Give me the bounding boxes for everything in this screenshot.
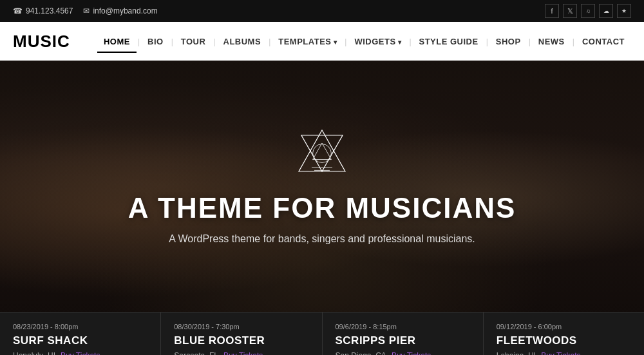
event-tickets-3[interactable]: Buy Tickets <box>392 351 431 355</box>
event-name-2: BLUE ROOSTER <box>174 334 308 347</box>
event-city-1: Honolulu, HI <box>13 351 55 355</box>
twitter-icon[interactable]: 𝕏 <box>563 4 577 18</box>
nav-sep-2: | <box>171 37 173 46</box>
hero-title: A THEME FOR MUSICIANS <box>128 192 516 224</box>
event-item-4: 09/12/2019 - 6:00pm FLEETWOODS Lahaina, … <box>484 312 644 355</box>
event-location-2: Sarasota, FL Buy Tickets <box>174 351 308 355</box>
events-strip: 08/23/2019 - 8:00pm SURF SHACK Honolulu,… <box>0 312 644 355</box>
event-name-3: SCRIPPS PIER <box>336 334 470 347</box>
nav-style-guide[interactable]: STYLE GUIDE <box>413 32 485 52</box>
email-info: ✉ info@myband.com <box>83 6 157 15</box>
event-tickets-2[interactable]: Buy Tickets <box>223 351 263 355</box>
nav-home[interactable]: HOME <box>97 32 137 53</box>
nav-news[interactable]: NEWS <box>532 32 571 52</box>
nav-templates[interactable]: TEMPLATES <box>272 32 343 52</box>
event-location-3: San Diego, CA Buy Tickets <box>336 351 470 355</box>
nav-sep-6: | <box>409 37 411 46</box>
nav-contact[interactable]: CONTACT <box>576 32 631 52</box>
main-nav: MUSIC HOME | BIO | TOUR | ALBUMS | TEMPL… <box>0 22 644 61</box>
lastfm-icon[interactable]: ♫ <box>581 4 595 18</box>
event-location-4: Lahaina, HI Buy Tickets <box>497 351 631 355</box>
svg-marker-0 <box>299 130 345 171</box>
event-date-4: 09/12/2019 - 6:00pm <box>497 323 631 331</box>
email-address: info@myband.com <box>93 6 157 15</box>
nav-albums[interactable]: ALBUMS <box>217 32 268 52</box>
event-tickets-4[interactable]: Buy Tickets <box>541 351 580 355</box>
nav-sep-8: | <box>529 37 531 46</box>
nav-bio[interactable]: BIO <box>141 32 170 52</box>
event-item-1: 08/23/2019 - 8:00pm SURF SHACK Honolulu,… <box>0 312 161 355</box>
nav-sep-1: | <box>138 37 140 46</box>
nav-tour[interactable]: TOUR <box>175 32 213 52</box>
top-bar-contact: ☎ 941.123.4567 ✉ info@myband.com <box>13 6 158 15</box>
facebook-icon[interactable]: f <box>545 4 559 18</box>
event-city-4: Lahaina, HI <box>497 351 536 355</box>
nav-sep-3: | <box>213 37 215 46</box>
nav-sep-7: | <box>486 37 488 46</box>
event-location-1: Honolulu, HI Buy Tickets <box>13 351 147 355</box>
event-name-4: FLEETWOODS <box>497 334 631 347</box>
top-bar: ☎ 941.123.4567 ✉ info@myband.com f 𝕏 ♫ ☁… <box>0 0 644 22</box>
event-date-3: 09/6/2019 - 8:15pm <box>336 323 470 331</box>
nav-sep-5: | <box>345 37 346 46</box>
nav-sep-4: | <box>269 37 270 46</box>
nav-shop[interactable]: SHOP <box>489 32 527 52</box>
svg-point-5 <box>313 144 332 163</box>
event-date-2: 08/30/2019 - 7:30pm <box>174 323 308 331</box>
event-name-1: SURF SHACK <box>13 334 147 347</box>
phone-number: 941.123.4567 <box>26 6 73 15</box>
nav-widgets[interactable]: WIDGETS <box>348 32 408 52</box>
email-icon: ✉ <box>83 6 90 15</box>
event-date-1: 08/23/2019 - 8:00pm <box>13 323 147 331</box>
event-item-3: 09/6/2019 - 8:15pm SCRIPPS PIER San Dieg… <box>323 312 484 355</box>
hero-subtitle: A WordPress theme for bands, singers and… <box>128 233 516 245</box>
hero-section: A THEME FOR MUSICIANS A WordPress theme … <box>0 61 644 312</box>
event-city-3: San Diego, CA <box>336 351 386 355</box>
nav-menu: HOME | BIO | TOUR | ALBUMS | TEMPLATES |… <box>97 35 631 47</box>
nav-sep-9: | <box>573 37 574 46</box>
soundcloud-icon[interactable]: ☁ <box>599 4 613 18</box>
hero-content: A THEME FOR MUSICIANS A WordPress theme … <box>128 128 516 245</box>
svg-marker-1 <box>301 135 343 171</box>
site-logo[interactable]: MUSIC <box>13 32 70 52</box>
phone-info: ☎ 941.123.4567 <box>13 6 73 15</box>
event-city-2: Sarasota, FL <box>174 351 218 355</box>
event-item-2: 08/30/2019 - 7:30pm BLUE ROOSTER Sarasot… <box>161 312 322 355</box>
hero-icon <box>128 128 516 182</box>
svg-marker-2 <box>313 143 332 160</box>
social-icons: f 𝕏 ♫ ☁ ★ <box>545 4 631 18</box>
event-tickets-1[interactable]: Buy Tickets <box>61 351 100 355</box>
phone-icon: ☎ <box>13 6 23 15</box>
yelp-icon[interactable]: ★ <box>617 4 631 18</box>
